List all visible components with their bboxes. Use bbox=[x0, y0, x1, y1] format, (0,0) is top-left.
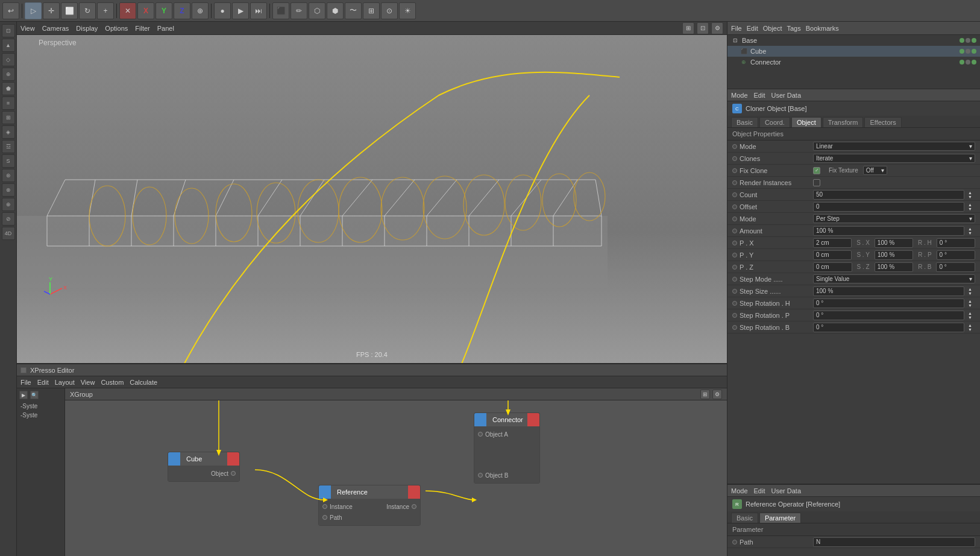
viewport-fullscreen-btn[interactable]: ⊡ bbox=[697, 22, 709, 34]
z-axis-button[interactable]: Z bbox=[174, 2, 190, 19]
attr-tab-effectors[interactable]: Effectors bbox=[864, 117, 901, 127]
scale-button[interactable]: ⬜ bbox=[61, 2, 78, 19]
connector-objecta-port[interactable] bbox=[478, 432, 483, 437]
xpresso-sidebar-btn2[interactable]: 🔍 bbox=[30, 391, 39, 399]
reference-instance-in-port[interactable] bbox=[322, 504, 327, 509]
cloner-button[interactable]: ⬡ bbox=[309, 2, 325, 19]
connector-objectb-port[interactable] bbox=[478, 473, 483, 478]
select-button[interactable]: ▷ bbox=[25, 2, 42, 19]
mograph-button[interactable]: ⬢ bbox=[327, 2, 344, 19]
rotate-button[interactable]: ↻ bbox=[79, 2, 96, 19]
attr-renderinstances-checkbox[interactable] bbox=[813, 179, 820, 186]
attr-tab-basic[interactable]: Basic bbox=[731, 117, 758, 127]
tree-item-cube[interactable]: ⬛ Cube bbox=[727, 46, 980, 57]
sidebar-icon-15[interactable]: 4D bbox=[2, 227, 15, 240]
sidebar-icon-6[interactable]: ≡ bbox=[2, 96, 15, 110]
xpresso-menu-view[interactable]: View bbox=[81, 379, 95, 386]
xpresso-expand-btn[interactable]: ⊞ bbox=[700, 390, 710, 399]
xpresso-menu-file[interactable]: File bbox=[20, 379, 31, 386]
attr-tab-transform[interactable]: Transform bbox=[823, 117, 864, 127]
viewport-menu-filter[interactable]: Filter bbox=[135, 25, 149, 32]
attr-stepsize-spinner[interactable]: ▲ ▼ bbox=[968, 287, 975, 295]
right-menu-tags[interactable]: Tags bbox=[787, 25, 801, 32]
viewport-menu-display[interactable]: Display bbox=[76, 25, 98, 32]
attr-mode2-dropdown[interactable]: Per Step ▾ bbox=[813, 214, 975, 223]
attr-stepb-value[interactable]: 0 ° bbox=[813, 323, 964, 332]
sidebar-icon-8[interactable]: ◈ bbox=[2, 125, 15, 139]
undo-button[interactable]: ↩ bbox=[2, 2, 19, 19]
xpresso-settings-btn[interactable]: ⚙ bbox=[712, 390, 722, 399]
attr-menus-edit[interactable]: Edit bbox=[754, 92, 765, 99]
viewport-menu-cameras[interactable]: Cameras bbox=[42, 25, 69, 32]
sidebar-icon-2[interactable]: ▲ bbox=[2, 39, 15, 52]
viewport-menu-view[interactable]: View bbox=[20, 25, 35, 32]
sidebar-icon-10[interactable]: S bbox=[2, 154, 15, 168]
sidebar-icon-4[interactable]: ⊕ bbox=[2, 68, 15, 81]
ref-attr-tab-param[interactable]: Parameter bbox=[759, 513, 801, 523]
close-button[interactable]: ✕ bbox=[119, 2, 136, 19]
attr-tab-coord[interactable]: Coord. bbox=[759, 117, 790, 127]
attr-stepmode-dropdown[interactable]: Single Value ▾ bbox=[813, 274, 975, 283]
attr-px-value[interactable]: 2 cm bbox=[813, 238, 852, 248]
light-button[interactable]: ☀ bbox=[399, 2, 416, 19]
attr-stepsize-value[interactable]: 100 % bbox=[813, 286, 964, 296]
xpresso-menu-calculate[interactable]: Calculate bbox=[130, 379, 157, 386]
grid-button[interactable]: ⊞ bbox=[363, 2, 380, 19]
attr-offset-spinner[interactable]: ▲ ▼ bbox=[968, 203, 975, 211]
attr-steph-value[interactable]: 0 ° bbox=[813, 299, 964, 308]
reference-instance-out-port[interactable] bbox=[412, 504, 416, 509]
sidebar-icon-13[interactable]: ⊕ bbox=[2, 198, 15, 211]
reference-node[interactable]: Reference Instance Instance bbox=[318, 485, 421, 526]
ref-attr-tab-basic[interactable]: Basic bbox=[731, 513, 758, 523]
ref-attr-menu-userdata[interactable]: User Data bbox=[771, 487, 802, 494]
cube-tool-button[interactable]: ⬛ bbox=[272, 2, 289, 19]
viewport-settings-btn[interactable]: ⚙ bbox=[711, 22, 723, 34]
cube-node[interactable]: Cube Object bbox=[168, 452, 240, 482]
draw-button[interactable]: ✏ bbox=[291, 2, 307, 19]
sidebar-icon-7[interactable]: ⊞ bbox=[2, 111, 15, 124]
reference-path-in-port[interactable] bbox=[322, 515, 327, 520]
attr-rb-value[interactable]: 0 ° bbox=[936, 262, 975, 272]
attr-rp-value[interactable]: 0 ° bbox=[937, 250, 975, 260]
sidebar-icon-9[interactable]: ☲ bbox=[2, 140, 15, 153]
attr-stepp-value[interactable]: 0 ° bbox=[813, 311, 964, 320]
xpresso-canvas[interactable]: Cube Object R bbox=[65, 400, 727, 556]
play-button[interactable]: ▶ bbox=[232, 2, 249, 19]
add-button[interactable]: + bbox=[97, 2, 114, 19]
tree-item-connector[interactable]: ⊕ Connector bbox=[727, 57, 980, 68]
record-button[interactable]: ● bbox=[214, 2, 231, 19]
attr-sx-value[interactable]: 100 % bbox=[875, 238, 913, 248]
xpresso-menu-layout[interactable]: Layout bbox=[55, 379, 75, 386]
sidebar-icon-14[interactable]: ⊘ bbox=[2, 212, 15, 226]
attr-steph-spinner[interactable]: ▲ ▼ bbox=[968, 299, 975, 308]
right-menu-object[interactable]: Object bbox=[763, 25, 782, 32]
attr-stepp-spinner[interactable]: ▲ ▼ bbox=[968, 311, 975, 320]
attr-mode-dropdown[interactable]: Linear ▾ bbox=[813, 142, 975, 151]
attr-amount-spinner[interactable]: ▲ ▼ bbox=[968, 227, 975, 235]
attr-fixtexture-dropdown[interactable]: Off ▾ bbox=[863, 166, 887, 175]
attr-rh-value[interactable]: 0 ° bbox=[937, 238, 975, 248]
stop-button[interactable]: ⏭ bbox=[250, 2, 267, 19]
attr-fixclone-checkbox[interactable]: ✓ bbox=[813, 167, 820, 174]
attr-stepb-spinner[interactable]: ▲ ▼ bbox=[968, 323, 975, 332]
attr-count-spinner[interactable]: ▲ ▼ bbox=[968, 191, 975, 199]
attr-pz-value[interactable]: 0 cm bbox=[813, 262, 852, 272]
display-button[interactable]: ⊙ bbox=[381, 2, 398, 19]
attr-tab-object[interactable]: Object bbox=[791, 117, 821, 127]
sidebar-icon-1[interactable]: ⊡ bbox=[2, 24, 15, 37]
attr-py-value[interactable]: 0 cm bbox=[813, 250, 852, 260]
sidebar-icon-12[interactable]: ⊗ bbox=[2, 183, 15, 197]
ref-attr-path-value[interactable]: N bbox=[813, 537, 975, 547]
move-button[interactable]: ✛ bbox=[43, 2, 60, 19]
viewport-menu-options[interactable]: Options bbox=[105, 25, 128, 32]
attr-sy-value[interactable]: 100 % bbox=[875, 250, 913, 260]
viewport-icons-btn[interactable]: ⊞ bbox=[682, 22, 694, 34]
xpresso-menu-edit[interactable]: Edit bbox=[37, 379, 49, 386]
y-axis-button[interactable]: Y bbox=[155, 2, 172, 19]
viewport-canvas[interactable]: Perspective bbox=[17, 35, 727, 363]
ref-attr-menu-mode[interactable]: Mode bbox=[731, 487, 748, 494]
right-menu-file[interactable]: File bbox=[731, 25, 742, 32]
ref-attr-menu-edit[interactable]: Edit bbox=[754, 487, 765, 494]
viewport-menu-panel[interactable]: Panel bbox=[157, 25, 174, 32]
attr-menus-userdata[interactable]: User Data bbox=[771, 92, 802, 99]
